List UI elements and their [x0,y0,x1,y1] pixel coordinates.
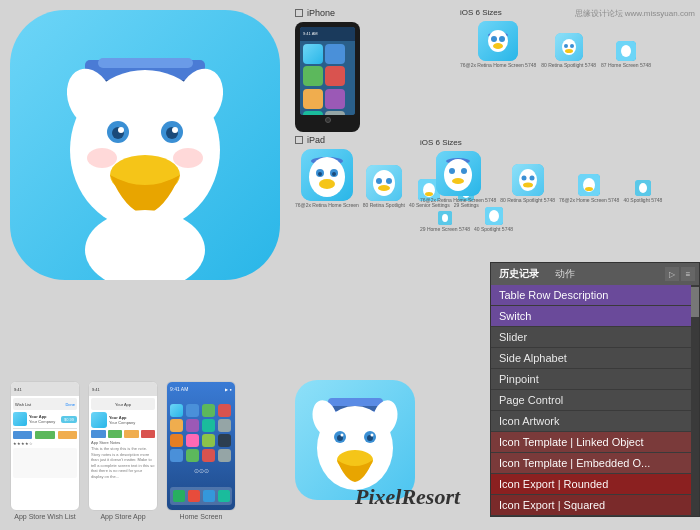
list-item-icon-export-rounded[interactable]: Icon Export | Rounded [491,474,699,495]
svg-point-63 [585,187,593,191]
iphone-mockup: 9:41 AM [295,22,360,132]
svg-point-23 [499,36,505,42]
svg-point-82 [341,434,344,437]
svg-point-31 [621,45,631,57]
panel-list: Table Row Description Switch Slider Side… [491,285,699,516]
svg-point-42 [376,178,382,184]
svg-point-60 [523,183,533,188]
svg-point-27 [564,44,568,48]
svg-point-54 [461,168,467,174]
duck-large-icon [10,10,280,280]
tab-action[interactable]: 动作 [547,264,583,284]
homescreen-label: Home Screen [180,513,223,520]
panel-header: 历史记录 动作 ▷ ≡ [491,263,699,285]
svg-point-13 [118,127,124,133]
scrollbar-thumb[interactable] [691,287,699,317]
list-item-table-row[interactable]: Table Row Description [491,285,699,306]
screenshot-wishlist: 9:41 Wish List Done Your App Your Compan… [10,381,80,511]
screenshots-area: 9:41 Wish List Done Your App Your Compan… [10,381,236,520]
history-action-panel: 历史记录 动作 ▷ ≡ Table Row Description Switch… [490,262,700,517]
panel-menu-btn[interactable]: ≡ [681,267,695,281]
svg-point-52 [444,159,472,191]
svg-point-22 [491,36,497,42]
list-item-icon-export-squared[interactable]: Icon Export | Squared [491,495,699,516]
wishlist-label: App Store Wish List [14,513,75,520]
screenshot-homescreen: 9:41 AM ▶ ● [166,381,236,511]
iphone-checkbox [295,9,303,17]
svg-point-83 [371,434,374,437]
svg-point-37 [318,172,322,176]
list-item-side-alphabet[interactable]: Side Alphabet [491,348,699,369]
svg-point-65 [639,183,647,193]
svg-point-17 [173,148,203,168]
list-item-slider[interactable]: Slider [491,327,699,348]
svg-point-28 [570,44,574,48]
svg-point-67 [442,214,448,222]
svg-point-34 [309,157,345,197]
duck-medium-icon [295,380,415,500]
svg-point-16 [87,148,117,168]
svg-point-29 [565,49,573,53]
svg-point-58 [521,176,526,181]
main-area: 思缘设计论坛 www.missyuan.com [0,0,700,530]
panel-forward-btn[interactable]: ▷ [665,267,679,281]
ios6-ipad-section: iOS 6 Sizes 76@2x Retina Home Screen 574… [420,138,662,232]
svg-point-59 [529,176,534,181]
svg-point-57 [519,169,537,191]
svg-point-18 [85,210,205,280]
list-item-pinpoint[interactable]: Pinpoint [491,369,699,390]
svg-point-43 [386,178,392,184]
scrollbar-track[interactable] [691,285,699,516]
list-item-icon-artwork[interactable]: Icon Artwork [491,411,699,432]
tab-history[interactable]: 历史记录 [491,264,547,284]
list-item-page-control[interactable]: Page Control [491,390,699,411]
ios6-label2: iOS 6 Sizes [420,138,662,147]
svg-point-55 [452,178,464,184]
ios6-label: iOS 6 Sizes [460,8,651,17]
iphone-screen: 9:41 AM [300,27,355,115]
svg-rect-2 [98,58,193,68]
svg-point-41 [373,170,395,196]
list-item-icon-template-linked[interactable]: Icon Template | Linked Object [491,432,699,453]
svg-point-14 [172,127,178,133]
iphone-label: iPhone [295,8,455,18]
svg-point-69 [489,210,499,222]
svg-point-39 [319,179,335,189]
ipad-checkbox [295,136,303,144]
pixel-resort-text: PixelResort [355,484,460,510]
screenshot-appstore: 9:41 Your App Your App Your Company [88,381,158,511]
svg-point-24 [493,43,503,49]
svg-point-53 [449,168,455,174]
svg-point-44 [378,185,390,191]
list-item-switch[interactable]: Switch [491,306,699,327]
appstore-label: App Store App [100,513,145,520]
list-item-icon-template-embedded[interactable]: Icon Template | Embedded O... [491,453,699,474]
ios6-sizes-section: iOS 6 Sizes 76@2x Retina Home Screen 574… [460,8,651,68]
svg-point-38 [332,172,336,176]
iphone-section: iPhone 9:41 AM [295,8,455,132]
